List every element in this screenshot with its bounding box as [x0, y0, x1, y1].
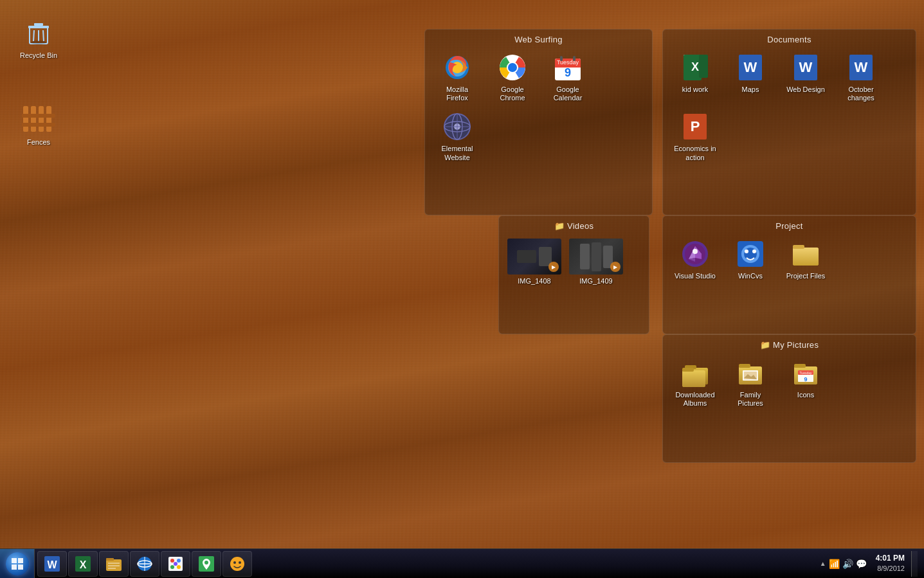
taskbar-tray: ▲ 📶 🔊 💬 4:01 PM 8/9/2012 — [813, 551, 924, 577]
web-design-label: Web Design — [786, 86, 825, 94]
word-doc3-svg: W — [847, 53, 875, 82]
svg-point-101 — [233, 561, 236, 564]
firefox-label: MozillaFirefox — [446, 86, 468, 102]
tray-icons: ▲ 📶 🔊 💬 — [820, 559, 867, 569]
taskbar: W X — [0, 548, 924, 578]
fence-web-surfing-icons: MozillaFirefox GoogleChrome — [431, 50, 646, 165]
kid-work-icon[interactable]: X kid work — [669, 50, 721, 105]
ppt-doc-svg: P — [681, 113, 709, 141]
taskbar-maps[interactable] — [192, 551, 221, 577]
svg-rect-1 — [28, 26, 49, 28]
svg-rect-65 — [739, 364, 750, 368]
svg-rect-2 — [34, 23, 43, 26]
google-calendar-label: GoogleCalendar — [554, 86, 583, 102]
wincvs-icon[interactable]: WinCvs — [725, 236, 776, 283]
maps-icon[interactable]: W Maps — [725, 50, 776, 105]
clock-date: 8/9/2012 — [876, 564, 905, 573]
fence-videos: 📁 Videos ▶ IMG_1408 — [498, 215, 649, 334]
visual-studio-svg — [681, 240, 709, 268]
fence-web-surfing-title: Web Surfing — [431, 35, 646, 44]
project-files-icon[interactable]: Project Files — [780, 236, 831, 283]
svg-rect-70 — [794, 364, 806, 368]
chrome-icon[interactable]: GoogleChrome — [487, 50, 538, 105]
clock[interactable]: 4:01 PM 8/9/2012 — [876, 553, 905, 573]
fences-label: Fences — [27, 138, 50, 147]
tray-volume-icon[interactable]: 🔊 — [842, 559, 853, 569]
svg-point-100 — [230, 557, 244, 571]
tray-notification-icon[interactable]: 💬 — [856, 559, 867, 569]
excel-doc-svg: X — [681, 53, 709, 82]
elemental-svg — [443, 113, 471, 141]
recycle-bin-icon[interactable]: Recycle Bin — [13, 13, 64, 62]
svg-rect-61 — [682, 370, 705, 387]
svg-rect-84 — [106, 558, 114, 561]
svg-rect-78 — [18, 564, 23, 570]
maps-label: Maps — [742, 86, 759, 94]
start-button[interactable] — [0, 549, 35, 579]
videos-folder-icon: 📁 — [554, 221, 567, 231]
icons-folder-icon[interactable]: 9 Tuesday Icons — [780, 355, 831, 410]
taskbar-excel[interactable]: X — [68, 551, 98, 577]
svg-rect-24 — [560, 56, 563, 61]
svg-point-102 — [239, 561, 241, 564]
elemental-website-icon[interactable]: ElementalWebsite — [431, 109, 483, 164]
video-img1409[interactable]: ▶ IMG_1409 — [567, 236, 625, 288]
chrome-svg — [498, 53, 527, 82]
recycle-bin-svg — [24, 18, 53, 46]
firefox-svg — [443, 53, 471, 82]
svg-rect-77 — [12, 564, 17, 570]
fence-web-surfing: Web Surfing MozillaFirefox — [424, 29, 653, 215]
family-pictures-icon[interactable]: Family Pictures — [725, 355, 776, 410]
video-img1408[interactable]: ▶ IMG_1408 — [505, 236, 563, 288]
svg-line-5 — [43, 30, 44, 41]
family-pictures-svg — [736, 359, 765, 387]
svg-text:9: 9 — [565, 66, 571, 79]
downloaded-albums-icon[interactable]: DownloadedAlbums — [669, 355, 721, 410]
svg-rect-37 — [699, 55, 708, 78]
svg-text:9: 9 — [804, 376, 807, 383]
taskbar-ie[interactable] — [130, 551, 159, 577]
svg-point-6 — [31, 41, 46, 44]
fence-videos-icons: ▶ IMG_1408 ▶ IMG_1409 — [505, 236, 642, 288]
word-doc2-svg: W — [792, 53, 820, 82]
svg-text:X: X — [691, 60, 699, 73]
tray-arrow[interactable]: ▲ — [820, 560, 826, 567]
svg-text:Tuesday: Tuesday — [800, 371, 812, 375]
svg-text:W: W — [47, 559, 57, 570]
svg-text:W: W — [855, 59, 868, 75]
fence-project: Project Visual Studio — [662, 215, 916, 334]
fence-videos-title: 📁 Videos — [505, 221, 642, 231]
economics-action-icon[interactable]: P Economics inaction — [669, 109, 721, 164]
svg-rect-55 — [793, 248, 819, 266]
wincvs-label: WinCvs — [738, 272, 763, 280]
svg-point-99 — [204, 561, 208, 564]
fence-documents-icons: X kid work W Maps — [669, 50, 909, 165]
show-desktop-button[interactable] — [911, 551, 918, 577]
october-changes-icon[interactable]: W Octoberchanges — [835, 50, 887, 105]
icons-label: Icons — [797, 391, 814, 399]
taskbar-paint[interactable] — [161, 551, 190, 577]
calendar-svg: 9 Tuesday — [554, 53, 582, 82]
svg-point-96 — [177, 565, 181, 569]
google-calendar-icon[interactable]: 9 Tuesday GoogleCalendar — [542, 50, 593, 105]
taskbar-word[interactable]: W — [37, 551, 67, 577]
svg-rect-8 — [31, 106, 36, 132]
svg-rect-12 — [22, 123, 55, 127]
web-design-icon[interactable]: W Web Design — [780, 50, 831, 105]
taskbar-face[interactable] — [222, 551, 252, 577]
downloaded-albums-label: DownloadedAlbums — [675, 391, 714, 408]
fence-documents-title: Documents — [669, 35, 909, 44]
fence-project-title: Project — [669, 221, 909, 231]
taskbar-explorer[interactable] — [99, 551, 129, 577]
project-folder-svg — [792, 240, 820, 268]
visual-studio-icon[interactable]: Visual Studio — [669, 236, 721, 283]
wincvs-svg — [736, 240, 765, 268]
svg-rect-10 — [46, 106, 51, 132]
fences-app-icon[interactable]: Fences — [13, 100, 64, 149]
svg-rect-9 — [39, 106, 44, 132]
svg-rect-56 — [793, 245, 804, 249]
fence-my-pictures: 📁 My Pictures — [662, 334, 916, 463]
svg-text:P: P — [691, 118, 700, 134]
firefox-icon[interactable]: MozillaFirefox — [431, 50, 483, 105]
family-pictures-label: Family Pictures — [727, 391, 774, 408]
